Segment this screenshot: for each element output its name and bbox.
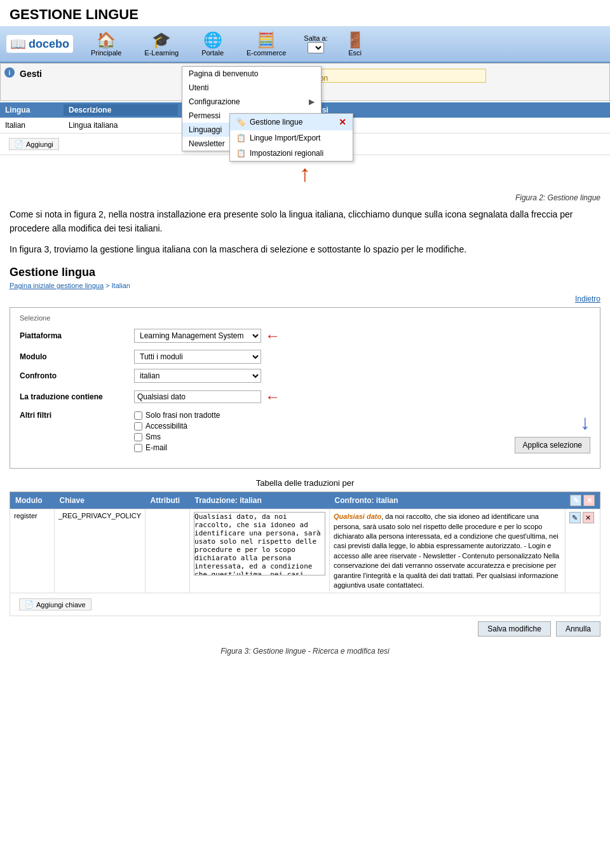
- nav-esci[interactable]: 🚪 Esci: [341, 29, 370, 59]
- principale-icon: 🏠: [97, 31, 116, 49]
- breadcrumb-home[interactable]: Pagina iniziale gestione lingua: [10, 282, 104, 289]
- aggiungi-chiave-button[interactable]: 📄 Aggiungi chiave: [19, 598, 92, 610]
- lingue-import-icon: 📋: [236, 134, 246, 142]
- piattaforma-label: Piattaforma: [20, 331, 134, 340]
- ecommerce-icon: 🧮: [257, 31, 276, 49]
- dropdown-item-configurazione[interactable]: Configurazione ▶: [182, 95, 321, 109]
- nav-logo: 📖 docebo: [6, 35, 73, 53]
- nav-principale[interactable]: 🏠 Principale: [86, 29, 126, 59]
- body-text-1: Come si nota in figura 2, nella nostra i…: [10, 207, 600, 236]
- impostazioni-icon: 📋: [236, 149, 246, 158]
- checkbox-sms[interactable]: Sms: [134, 432, 220, 441]
- sub-item-lingue-import[interactable]: 📋 Lingue Import/Export: [230, 130, 353, 146]
- elearning-label: E-Learning: [144, 49, 179, 57]
- logo-icon: 📖: [10, 36, 26, 52]
- dropdown-item-utenti[interactable]: Utenti: [182, 81, 321, 95]
- gestione-lingue-icon: 🏷️: [236, 118, 246, 127]
- dropdown-item-benvenuto[interactable]: Pagina di benvenuto: [182, 67, 321, 81]
- modulo-select[interactable]: Tutti i moduli: [134, 350, 261, 364]
- td-attributi: [146, 509, 190, 593]
- portale-label: Portale: [201, 49, 224, 57]
- trad-table: Modulo Chiave Attributi Traduzione: ital…: [10, 492, 600, 616]
- traduzione-contiene-input[interactable]: [134, 390, 261, 403]
- checkbox-solo-frasi[interactable]: Solo frasi non tradotte: [134, 411, 220, 420]
- gestione-lingua-title: Gestione lingua: [10, 266, 600, 279]
- bottom-buttons: Salva modifiche Annulla: [10, 616, 600, 642]
- th-chiave: Chiave: [55, 492, 146, 509]
- checkbox-email-input[interactable]: [134, 444, 142, 452]
- arrow-up-indicator: ↑: [0, 160, 610, 187]
- traduzione-textarea[interactable]: Qualsiasi dato, da noi raccolto, che sia…: [194, 512, 325, 575]
- page-title: GESTIONE LINGUE: [0, 0, 610, 26]
- piattaforma-arrow: ←: [265, 327, 280, 345]
- esci-label: Esci: [348, 49, 362, 57]
- logo-text: docebo: [29, 38, 69, 51]
- arrow-down-indicator: ↓: [515, 411, 590, 434]
- salva-modifiche-button[interactable]: Salva modifiche: [478, 621, 551, 637]
- th-modulo: Modulo: [10, 492, 55, 509]
- nav-salta: Salta a:: [304, 34, 327, 53]
- checkbox-accessibilita[interactable]: Accessibilità: [134, 422, 220, 431]
- th-del-icon: ✕: [583, 495, 595, 506]
- gestione-lingua-section: Gestione lingua Pagina iniziale gestione…: [10, 266, 600, 642]
- aggiungi-icon: 📄: [15, 140, 24, 148]
- fig2-caption: Figura 2: Gestione lingue: [10, 193, 600, 202]
- configurazione-arrow: ▶: [309, 97, 315, 106]
- aggiungi-chiave-label: Aggiungi chiave: [36, 601, 86, 609]
- nav-ecommerce[interactable]: 🧮 E-commerce: [241, 29, 291, 59]
- checkbox-accessibilita-input[interactable]: [134, 422, 142, 431]
- confronto-control: italian: [134, 369, 261, 383]
- sub-item-impostazioni[interactable]: 📋 Impostazioni regionali: [230, 146, 353, 161]
- gestione-lingue-x[interactable]: ✕: [339, 117, 346, 127]
- aggiungi-chiave-row: 📄 Aggiungi chiave: [10, 593, 600, 616]
- nav-portale[interactable]: 🌐 Portale: [196, 29, 229, 59]
- row-action-icons: ✎ ✕: [569, 512, 597, 523]
- altri-filtri-label: Altri filtri: [20, 411, 134, 420]
- td-traduzione: Qualsiasi dato, da noi raccolto, che sia…: [190, 509, 330, 593]
- left-panel: i Gesti: [1, 64, 46, 100]
- traduzione-contiene-row: La traduzione contiene ←: [20, 388, 590, 406]
- gesti-label: Gesti: [20, 67, 42, 79]
- col-lingua: Lingua: [0, 104, 64, 116]
- confronto-rest: , da noi raccolto, che sia idoneo ad ide…: [334, 513, 559, 589]
- piattaforma-control: Learning Management System ←: [134, 327, 280, 345]
- indietro-link[interactable]: Indietro: [10, 294, 600, 303]
- fig3-caption: Figura 3: Gestione lingue - Ricerca e mo…: [10, 647, 600, 656]
- row-del-icon[interactable]: ✕: [583, 512, 594, 523]
- traduzione-contiene-control: ←: [134, 388, 280, 406]
- checkbox-sms-input[interactable]: [134, 433, 142, 441]
- breadcrumb-current: Italian: [112, 282, 130, 289]
- tabella-title: Tabella delle traduzioni per: [10, 478, 600, 488]
- checkbox-sms-label: Sms: [146, 432, 161, 441]
- th-action-icons: ✎ ✕: [570, 495, 595, 506]
- row-lingua: Italian: [0, 120, 64, 131]
- confronto-select[interactable]: italian: [134, 369, 261, 383]
- nav-elearning[interactable]: 🎓 E-Learning: [139, 29, 184, 59]
- dropdown-area: i Gesti Pagina di benvenuto Utenti Confi…: [0, 63, 610, 101]
- modulo-label: Modulo: [20, 352, 134, 361]
- confronto-row: Confronto italian: [20, 369, 590, 383]
- sub-item-gestione-lingue[interactable]: 🏷️ Gestione lingue ✕: [230, 114, 353, 130]
- table-row: register _REG_PRIVACY_POLICY Qualsiasi d…: [10, 509, 600, 593]
- checkbox-email-label: E-mail: [146, 443, 167, 452]
- annulla-button[interactable]: Annulla: [556, 621, 600, 637]
- principale-label: Principale: [91, 49, 121, 57]
- info-icon: i: [4, 67, 15, 78]
- td-modulo: register: [10, 509, 55, 593]
- salta-select[interactable]: [308, 42, 324, 53]
- piattaforma-select[interactable]: Learning Management System: [134, 329, 261, 343]
- confronto-label: Confronto: [20, 371, 134, 380]
- checkbox-solo-frasi-label: Solo frasi non tradotte: [146, 411, 220, 420]
- th-attributi: Attributi: [146, 492, 190, 509]
- checkbox-email[interactable]: E-mail: [134, 443, 220, 452]
- applica-selezione-button[interactable]: Applica selezione: [515, 437, 590, 453]
- checkbox-solo-frasi-input[interactable]: [134, 411, 142, 420]
- salta-label: Salta a:: [304, 34, 327, 42]
- td-chiave: _REG_PRIVACY_POLICY: [55, 509, 146, 593]
- traduzione-contiene-label: La traduzione contiene: [20, 392, 134, 401]
- row-edit-icon[interactable]: ✎: [569, 512, 581, 523]
- aggiungi-button[interactable]: 📄 Aggiungi: [9, 138, 59, 150]
- body-text-2: In figura 3, troviamo la gestione lingua…: [10, 242, 600, 256]
- applica-container: ↓ Applica selezione: [515, 411, 590, 453]
- ecommerce-label: E-commerce: [247, 49, 286, 57]
